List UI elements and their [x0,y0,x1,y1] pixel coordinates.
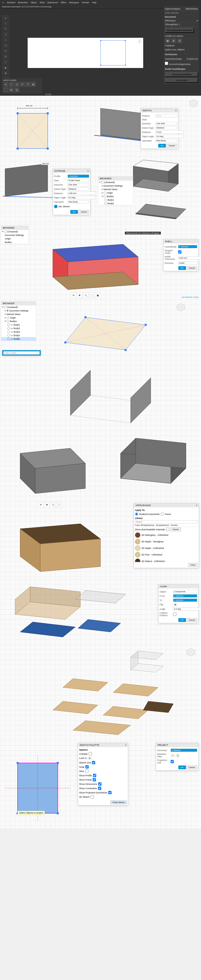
capture-checkbox[interactable] [173,612,176,616]
tree-body4[interactable]: ▭Body4 [1,334,36,337]
zoom-level[interactable]: 72,11% [45,94,51,95]
palette-item[interactable]: Show Profile [79,773,127,778]
tool-btn[interactable]: ✎ [20,82,25,87]
tree-body5-selected[interactable]: ▭Body5 [1,337,36,341]
tree-item[interactable]: (Unsaved) [1,305,36,309]
line-tool[interactable]: / [2,37,9,43]
menu-file[interactable]: Bestand [7,1,15,4]
tool-btn[interactable]: ◻ [14,82,19,87]
material-row[interactable]: 3D Maple - Unfinished [135,545,198,551]
grid-icon[interactable]: ⊞ [171,38,176,43]
palette-item[interactable]: Linetype [79,752,127,756]
tree-root[interactable]: (Unsaved) [98,181,133,184]
menu-object[interactable]: Object [30,1,37,4]
edit-artboards-button[interactable]: Tekengebieden bewerken [165,28,194,33]
cancel-dl-button[interactable]: Cancel [170,528,181,531]
selection-tool[interactable]: ▸ [2,15,9,21]
panel-tab-props[interactable]: Eigenschappen [165,8,180,10]
tree-bodies[interactable]: Bodies [98,195,133,198]
distance-input[interactable] [155,130,184,134]
tree-item[interactable]: Origin [1,316,36,320]
palette-item[interactable]: Show Dimensions [79,782,127,786]
rectangle-tool[interactable]: ▢ [2,43,9,48]
direction-select[interactable]: One Side [68,183,89,186]
floor-sketch-3d[interactable] [50,307,151,358]
ok-button[interactable]: OK [178,266,186,270]
align-boxes-3d[interactable] [5,584,131,640]
fit-icon[interactable]: ⛶ [56,502,62,508]
palette-item[interactable]: Show Projected Geometries [79,791,127,795]
rotate-tool[interactable]: ↻ [2,54,9,59]
start-select[interactable]: Profile Plane [68,179,89,182]
angle-input[interactable] [173,607,201,611]
bodies-radio[interactable] [135,512,138,516]
palette-item[interactable]: Look At⊡ [79,756,127,760]
tree-item[interactable]: Document Settings [1,234,28,237]
tree-item[interactable]: Bodies [1,320,36,323]
ok-button[interactable]: OK [70,210,78,214]
rename-input[interactable] [3,351,40,355]
close-icon[interactable]: × [138,40,141,43]
wall-panel-2[interactable] [3,161,55,207]
close-icon[interactable]: × [125,744,127,746]
extent-select[interactable]: Distance [155,126,177,129]
tree-item[interactable]: Named Views [1,312,36,316]
from-selected[interactable]: 1 selected [173,594,197,598]
tree-body3[interactable]: ▭Body3 [1,330,36,334]
tangent-checkbox[interactable] [178,250,181,254]
palette-item[interactable]: Sketch Grid [79,760,127,765]
material-row[interactable]: 3D Pine - Unfinished [135,551,198,558]
direction-select[interactable]: Inside [178,261,197,265]
tree-body1[interactable]: Body1 [98,198,133,202]
view-cube[interactable] [176,302,186,313]
flip-icon[interactable]: ⇄ [173,603,178,606]
gradient-tool[interactable]: ◐ [2,65,9,70]
tab-fusion-appearances[interactable]: Fusion 360 Appearances [135,524,154,526]
close-icon[interactable]: × [196,504,197,507]
artboard[interactable]: × [28,38,143,68]
finish-sketch-button[interactable]: Finish Sketch [110,800,127,804]
snap-icon[interactable]: ⊟ [177,38,182,43]
pan-icon[interactable]: ✥ [77,293,82,298]
direct-select-tool[interactable]: ▹ [2,21,9,26]
material-row[interactable]: 3D Maple - Semigloss [135,538,198,545]
menu-help[interactable]: Help [92,1,97,4]
zoom-icon[interactable]: 🔍 [83,293,89,298]
dimension-value[interactable]: 300.00 [25,105,33,107]
sketch-top-view[interactable] [8,103,58,154]
material-row[interactable]: 3D Mahogany - Unfinished [135,532,198,538]
tree-body2[interactable]: ▭Body2 [1,326,36,330]
shell-box-3d[interactable] [38,234,143,294]
cancel-button[interactable]: Cancel [187,618,197,622]
faces-radio[interactable] [161,512,164,516]
tab-favorites[interactable]: Favorites [171,524,178,526]
wood-box-3d[interactable] [5,509,111,577]
material-row[interactable]: 3D Walnut - Unfinished [135,558,198,562]
tree-docset[interactable]: Document Settings [98,184,133,188]
zoom-icon[interactable]: 🔍 [50,502,56,508]
search-input[interactable] [135,520,198,523]
view-cube[interactable] [188,98,198,109]
to-selected[interactable]: 1 selected [173,598,197,602]
operation-select[interactable]: New Body [68,200,89,204]
palette-item[interactable]: Show Constraints [79,786,127,791]
prefs-button[interactable]: Voorkeuren [165,78,198,83]
ok-button[interactable]: OK [158,144,166,148]
faces-selected[interactable]: 1 selected [178,245,197,248]
panel-tab-libs[interactable]: Bibliotheken [186,8,198,10]
menu-view[interactable]: Weergave [69,1,79,4]
cancel-button[interactable]: Cancel [78,210,89,214]
profile-selected[interactable]: 1 selected [68,175,89,178]
taper-input[interactable] [68,196,96,199]
tool-btn[interactable]: ⬚ [9,82,14,87]
cancel-button[interactable]: Cancel [166,144,177,148]
close-button[interactable]: Close [188,563,198,567]
ruler-icon[interactable]: ▦ [165,38,170,43]
tab-my-appearances[interactable]: My Appearances [156,524,169,526]
fit-icon[interactable]: ⛶ [89,293,95,298]
ok-button[interactable]: OK [178,765,186,769]
tree-item[interactable]: Origin [1,237,28,240]
palette-item[interactable]: 3D Sketch [79,795,127,799]
tree-body2[interactable]: Body2 [98,202,133,205]
menu-text[interactable]: Tekst [40,1,45,4]
